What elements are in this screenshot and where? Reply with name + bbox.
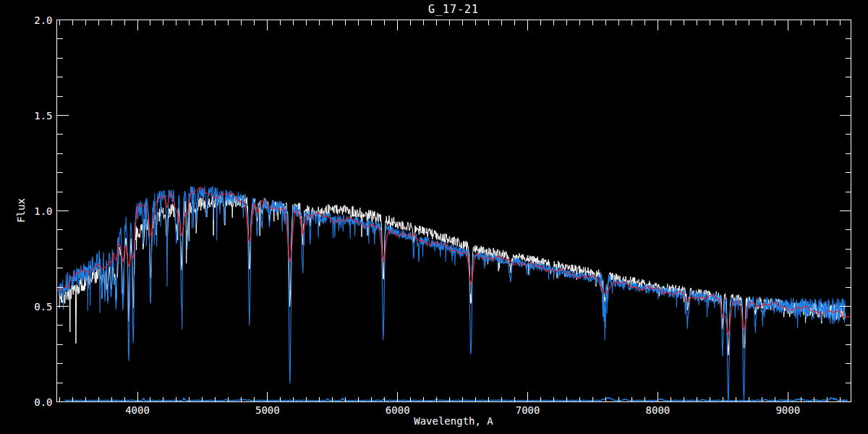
x-tick-label: 9000 — [775, 404, 800, 416]
y-tick-label: 0.0 — [34, 396, 52, 408]
y-tick-label: 1.0 — [34, 205, 52, 217]
x-tick-label: 8000 — [646, 404, 671, 416]
spectrum-plot-window: 4000500060007000800090000.00.51.01.52.0 … — [0, 0, 868, 434]
x-tick-label: 7000 — [516, 404, 540, 416]
y-tick-label: 1.5 — [34, 110, 52, 122]
plot-background — [0, 0, 868, 434]
y-tick-label: 0.5 — [34, 301, 52, 312]
x-axis-label: Wavelength, A — [414, 415, 493, 427]
y-axis-label: Flux — [15, 198, 27, 223]
chart-title: G_17-21 — [428, 3, 479, 16]
spectrum-chart-svg: 4000500060007000800090000.00.51.01.52.0 … — [0, 0, 868, 434]
y-tick-label: 2.0 — [34, 14, 52, 26]
x-tick-label: 4000 — [125, 404, 150, 416]
x-tick-label: 5000 — [255, 404, 280, 416]
x-tick-label: 6000 — [386, 404, 410, 416]
